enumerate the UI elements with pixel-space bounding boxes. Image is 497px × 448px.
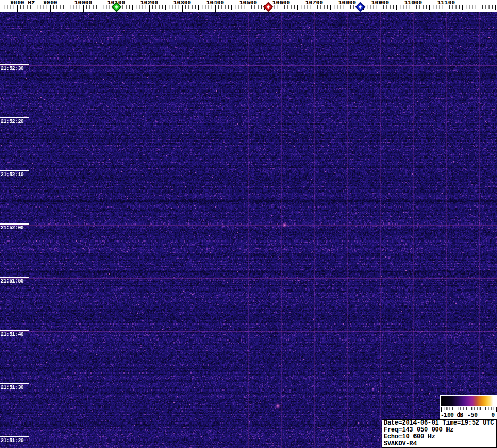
frequency-ruler[interactable]: 9800 Hz990010000101001020010300104001050… [0,0,497,12]
frequency-tick-label: 9800 Hz [10,0,35,6]
colorbar-mid-label: -50 [467,412,478,418]
time-tick-label: 21:51:30 [1,385,23,391]
time-tick-label: 21:51:20 [1,438,23,444]
frequency-tick-label: 10400 [206,0,224,6]
frequency-tick-label: 10700 [305,0,323,6]
info-station-id: SVAKOV-R4 [384,441,495,447]
colorbar-labels: -100 dB -50 0 [440,412,497,419]
frequency-tick-label: 10000 [74,0,92,6]
time-tick-label: 21:51:40 [1,332,23,337]
frequency-tick-label: 9900 [43,0,57,6]
time-tick-label: 21:52:20 [1,119,23,125]
time-tick-mark [0,277,29,278]
time-tick-label: 21:52:00 [1,226,23,231]
spectrum-waterfall-window: 9800 Hz990010000101001020010300104001050… [0,0,497,448]
time-tick-mark [0,117,29,118]
time-tick-mark [0,436,29,437]
time-tick-mark [0,330,29,331]
frequency-tick-label: 10600 [272,0,290,6]
frequency-tick-label: 10300 [173,0,191,6]
time-tick-label: 21:52:10 [1,172,23,178]
frequency-tick-label: 11000 [404,0,422,6]
status-info-box: Date=2014-06-01 Time=19:52 UTC Freq=143 … [382,419,497,448]
colorbar-gradient [441,396,495,406]
colorbar-min-label: -100 dB [441,412,463,418]
waterfall-plot[interactable]: 21:52:3021:52:2021:52:1021:52:0021:51:50… [0,12,497,448]
colorbar-max-label: 0 [491,412,495,418]
frequency-tick-label: 10900 [371,0,389,6]
frequency-tick-label: 10200 [140,0,158,6]
frequency-tick-label: 11100 [437,0,455,6]
frequency-tick-label: 10500 [239,0,257,6]
ruler-marker-green-diamond[interactable] [111,2,122,12]
time-tick-mark [0,170,29,171]
time-tick-mark [0,223,29,225]
time-tick-mark [0,383,29,384]
time-tick-mark [0,64,29,65]
ruler-marker-red-diamond[interactable] [263,2,274,12]
ruler-marker-blue-diamond[interactable] [355,2,366,12]
time-tick-label: 21:51:50 [1,279,23,284]
spectrogram-canvas[interactable] [0,12,497,448]
time-tick-label: 21:52:30 [1,66,23,71]
db-colorbar-legend: -100 dB -50 0 [440,395,497,419]
frequency-tick-label: 10800 [338,0,356,6]
